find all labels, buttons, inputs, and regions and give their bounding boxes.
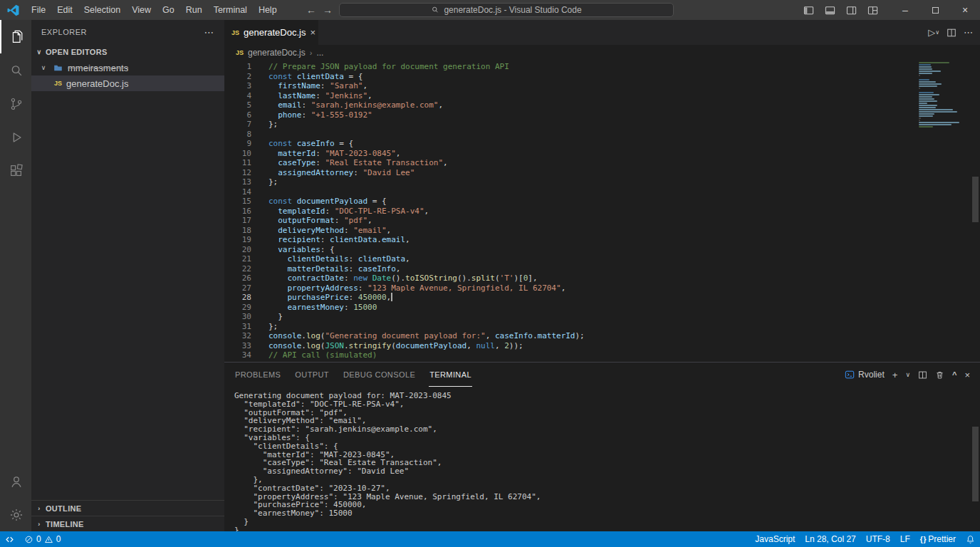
encoding-indicator[interactable]: UTF-8 [861,531,895,547]
javascript-file-icon: JS [54,80,62,87]
code-line: 2const clientData = { [224,72,980,82]
terminal-profile[interactable]: Rvoliet [845,370,885,380]
command-center[interactable]: generateDoc.js - Visual Studio Code [339,3,674,17]
problems-status[interactable]: 0 0 [19,531,66,547]
breadcrumb-file[interactable]: generateDoc.js [248,48,306,58]
split-editor-icon[interactable] [947,28,956,38]
run-debug-activity-icon[interactable] [0,120,31,154]
chevron-right-icon: › [34,505,44,512]
cursor-position[interactable]: Ln 28, Col 27 [800,531,860,547]
menu-edit[interactable]: Edit [51,0,78,20]
menu-view[interactable]: View [126,0,157,20]
error-icon [24,535,33,544]
tab-generatedoc-js[interactable]: JS generateDoc.js × [224,20,318,45]
extensions-activity-icon[interactable] [0,154,31,187]
toggle-sidebar-icon[interactable] [799,1,818,19]
folder-row[interactable]: ∨ mmeirasments [31,60,224,75]
terminal-output[interactable]: Generating document payload for: MAT-202… [224,387,980,531]
terminal-line: "assignedAttorney": "David Lee" [234,467,980,476]
code-line: 28 purchasePrice: 450000, [224,293,980,303]
menu-file[interactable]: File [26,0,51,20]
code-line: 33console.log(JSON.stringify(documentPay… [224,341,980,351]
code-line: 31}; [224,322,980,332]
terminal-line: }, [234,476,980,484]
minimap[interactable] [919,62,970,128]
editor-more-actions-icon[interactable]: ⋯ [964,27,973,38]
panel-tab-debug-console[interactable]: DEBUG CONSOLE [343,363,416,387]
split-terminal-icon[interactable] [918,370,927,380]
tab-bar: JS generateDoc.js × ▷∨ ⋯ [224,20,980,45]
code-editor[interactable]: 1// Prepare JSON payload for document ge… [224,61,980,362]
close-panel-icon[interactable]: × [964,370,970,380]
eol-indicator[interactable]: LF [895,531,915,547]
terminal-line: } [234,526,980,531]
code-line: 8 [224,130,980,140]
folder-icon [53,63,63,73]
braces-icon: { } [920,536,926,543]
code-lines: 1// Prepare JSON payload for document ge… [224,62,980,360]
chevron-down-icon: ∨ [38,64,48,71]
menu-bar: FileEditSelectionViewGoRunTerminalHelp [26,0,283,20]
chevron-right-icon: › [34,521,44,528]
code-line: 5 email: "sarah.jenkins@example.com", [224,100,980,110]
panel-header: PROBLEMSOUTPUTDEBUG CONSOLETERMINAL Rvol… [224,363,980,387]
menu-go[interactable]: Go [157,0,180,20]
menu-terminal[interactable]: Terminal [208,0,253,20]
folder-name: mmeirasments [68,63,128,73]
breadcrumb-symbol[interactable]: ... [316,48,323,58]
file-row[interactable]: JS generateDoc.js [31,75,224,91]
outline-section[interactable]: › OUTLINE [31,500,224,516]
code-line: 21 clientDetails: clientData, [224,254,980,264]
maximize-button[interactable] [920,0,950,20]
code-line: 20 variables: { [224,245,980,255]
panel-tab-output[interactable]: OUTPUT [294,363,330,387]
code-line: 26 contractDate: new Date().toISOString(… [224,274,980,283]
minimize-button[interactable]: – [890,0,920,20]
editor-scrollbar[interactable] [972,177,979,222]
code-line: 3 firstName: "Sarah", [224,81,980,91]
title-center: ← → generateDoc.js - Visual Studio Code [306,3,674,17]
close-tab-icon[interactable]: × [310,27,316,38]
remote-indicator[interactable] [0,531,19,547]
toggle-secondary-sidebar-icon[interactable] [842,1,860,19]
menu-help[interactable]: Help [253,0,283,20]
explorer-more-actions-icon[interactable]: ⋯ [204,26,215,38]
history-back-button[interactable]: ← [306,3,316,17]
open-editors-section[interactable]: ∨ OPEN EDITORS [31,44,224,60]
terminal-scrollbar[interactable] [972,427,979,501]
code-line: 19 recipient: clientData.email, [224,235,980,245]
maximize-panel-icon[interactable]: ^ [952,370,956,379]
source-control-activity-icon[interactable] [0,87,31,120]
terminal-line: } [234,518,980,526]
language-indicator[interactable]: JavaScript [750,531,800,547]
panel-tab-problems[interactable]: PROBLEMS [234,363,281,387]
code-line: 9const caseInfo = { [224,139,980,149]
titlebar-right: – × [799,0,980,20]
run-button[interactable]: ▷∨ [928,27,939,38]
explorer-activity-icon[interactable] [0,20,31,53]
notifications-bell-icon[interactable] [961,531,980,547]
code-line: 22 matterDetails: caseInfo, [224,264,980,274]
account-icon[interactable] [0,464,31,498]
menu-run[interactable]: Run [180,0,208,20]
formatter-indicator[interactable]: { } Prettier [915,531,961,547]
close-window-button[interactable]: × [950,0,980,20]
terminal-line: "recipient": "sarah.jenkins@example.com"… [234,425,980,434]
terminal-line: "contractDate": "2023-10-27", [234,484,980,493]
toggle-panel-icon[interactable] [820,1,839,19]
search-activity-icon[interactable] [0,53,31,87]
breadcrumb: JS generateDoc.js › ... [224,45,980,61]
chevron-right-icon: › [310,48,313,57]
settings-gear-icon[interactable] [0,498,31,531]
kill-terminal-icon[interactable] [935,370,944,380]
panel-tab-terminal[interactable]: TERMINAL [429,363,472,387]
timeline-section[interactable]: › TIMELINE [31,516,224,531]
menu-selection[interactable]: Selection [78,0,126,20]
history-forward-button[interactable]: → [323,3,333,17]
code-line: 6 phone: "+1-555-0192" [224,110,980,120]
customize-layout-icon[interactable] [863,1,882,19]
terminal-dropdown-icon[interactable]: ∨ [905,371,910,378]
new-terminal-button[interactable]: + [892,370,898,380]
editor-column: JS generateDoc.js × ▷∨ ⋯ JS generateDoc.… [224,20,980,531]
title-bar: FileEditSelectionViewGoRunTerminalHelp ←… [0,0,980,20]
